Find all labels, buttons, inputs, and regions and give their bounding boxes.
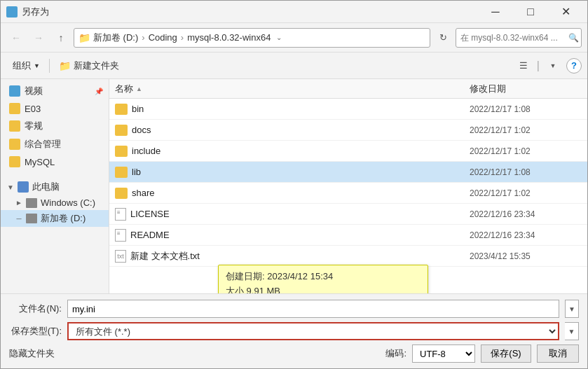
sidebar-item-zhenghe[interactable]: 综合管理 bbox=[1, 135, 109, 153]
search-box: 🔍 bbox=[456, 28, 582, 48]
pin-icon: 📌 bbox=[95, 88, 103, 95]
search-input[interactable] bbox=[460, 33, 566, 43]
file-date: 2023/4/12 15:35 bbox=[470, 251, 582, 261]
tree-item-label: Windows (C:) bbox=[41, 197, 95, 208]
tree-item-thispc[interactable]: ▼ 此电脑 bbox=[1, 179, 109, 195]
filename-input[interactable] bbox=[67, 300, 559, 318]
new-folder-button[interactable]: 📁 新建文件夹 bbox=[53, 57, 125, 75]
sub-toolbar-right: ☰ | ▼ ? bbox=[514, 57, 582, 75]
file-date: 2022/12/17 1:02 bbox=[470, 146, 582, 156]
close-button[interactable]: ✕ bbox=[549, 1, 582, 22]
help-button[interactable]: ? bbox=[566, 58, 582, 74]
filetype-dropdown-icon[interactable]: ▼ bbox=[565, 322, 579, 340]
file-date: 2022/12/16 23:34 bbox=[470, 230, 582, 240]
sub-toolbar: 组织 ▼ 📁 新建文件夹 ☰ | ▼ ? bbox=[1, 53, 587, 79]
folder-icon bbox=[9, 103, 20, 114]
save-button[interactable]: 保存(S) bbox=[481, 344, 531, 363]
filename-dropdown-icon[interactable]: ▼ bbox=[565, 300, 579, 318]
tree-item-windows-c[interactable]: ► Windows (C:) bbox=[1, 195, 109, 210]
sidebar-item-label: E03 bbox=[25, 104, 41, 114]
file-list: 名称 ▲ 修改日期 bin 2022/12/17 1:08 docs 2022/… bbox=[109, 79, 587, 293]
file-row-share[interactable]: share 2022/12/17 1:02 bbox=[109, 183, 587, 204]
encoding-row: 编码: UTF-8 保存(S) 取消 bbox=[385, 344, 579, 363]
txt-icon: txt bbox=[115, 250, 126, 263]
drive-icon bbox=[26, 198, 37, 208]
hide-folders-label: 隐藏文件夹 bbox=[9, 347, 55, 360]
file-row-license[interactable]: LICENSE 2022/12/16 23:34 bbox=[109, 204, 587, 225]
filename-row: 文件名(N): ▼ bbox=[9, 300, 579, 318]
tree-item-new-volume-d[interactable]: ─ 新加卷 (D:) bbox=[1, 210, 109, 227]
folder-icon bbox=[115, 188, 128, 199]
file-row-docs[interactable]: docs 2022/12/17 1:02 bbox=[109, 120, 587, 141]
new-folder-label: 新建文件夹 bbox=[74, 60, 119, 72]
tree-item-label: 此电脑 bbox=[32, 181, 60, 193]
crumb-drive[interactable]: 新加卷 (D:) bbox=[93, 32, 138, 44]
crumb-sep-2: › bbox=[181, 32, 184, 43]
address-chevron-icon[interactable]: ⌄ bbox=[276, 34, 282, 41]
refresh-button[interactable]: ↻ bbox=[433, 28, 453, 48]
column-date[interactable]: 修改日期 bbox=[470, 83, 582, 95]
search-icon: 🔍 bbox=[568, 33, 579, 43]
tree-label: Windows (C:) bbox=[26, 197, 95, 208]
sidebar: 视频 📌 E03 零规 综合管理 MySQL ▼ bbox=[1, 79, 109, 293]
save-label: 保存(S) bbox=[491, 347, 521, 360]
encoding-select[interactable]: UTF-8 bbox=[412, 344, 475, 363]
view-chevron-button[interactable]: ▼ bbox=[544, 57, 562, 75]
file-row-bin[interactable]: bin 2022/12/17 1:08 bbox=[109, 99, 587, 120]
sidebar-item-label: 综合管理 bbox=[25, 138, 61, 151]
cancel-button[interactable]: 取消 bbox=[537, 344, 579, 363]
title-bar: 另存为 ─ □ ✕ bbox=[1, 1, 587, 23]
filename-label: 文件名(N): bbox=[9, 302, 62, 315]
folder-icon bbox=[115, 167, 128, 178]
file-name: README bbox=[130, 230, 470, 240]
sidebar-spacer bbox=[1, 170, 109, 179]
maximize-button[interactable]: □ bbox=[514, 1, 547, 22]
crumb-path1[interactable]: Coding bbox=[149, 32, 177, 43]
tree-label: 新加卷 (D:) bbox=[26, 212, 86, 225]
file-date: 2022/12/17 1:08 bbox=[470, 167, 582, 177]
sidebar-item-label: MySQL bbox=[25, 157, 55, 167]
folder-icon bbox=[115, 104, 128, 115]
expand-icon: ▼ bbox=[6, 183, 15, 191]
folder-icon bbox=[9, 85, 20, 97]
sidebar-item-label: 零规 bbox=[25, 120, 43, 132]
folder-icon bbox=[9, 139, 20, 150]
up-button[interactable]: ↑ bbox=[51, 28, 71, 48]
file-name: lib bbox=[132, 167, 470, 177]
folder-icon bbox=[9, 120, 20, 132]
sidebar-item-mysql[interactable]: MySQL bbox=[1, 153, 109, 170]
bottom-area: 文件名(N): ▼ 保存类型(T): 所有文件 (*.*) ▼ 隐藏文件夹 编码… bbox=[1, 293, 587, 368]
file-row-lib[interactable]: lib 2022/12/17 1:08 bbox=[109, 162, 587, 183]
action-buttons: 保存(S) 取消 bbox=[481, 344, 579, 363]
folder-icon bbox=[115, 146, 128, 157]
dialog-title: 另存为 bbox=[22, 6, 49, 18]
save-as-dialog: 另存为 ─ □ ✕ ← → ↑ 📁 新加卷 (D:) › Coding › my… bbox=[0, 0, 588, 369]
view-menu-button[interactable]: ☰ bbox=[514, 57, 533, 75]
back-button[interactable]: ← bbox=[6, 28, 26, 48]
file-row-newtxt[interactable]: txt 新建 文本文档.txt 2023/4/12 15:35 bbox=[109, 246, 587, 267]
sidebar-item-videos[interactable]: 视频 📌 bbox=[1, 82, 109, 100]
file-name: include bbox=[132, 146, 470, 156]
column-name[interactable]: 名称 ▲ bbox=[115, 83, 470, 95]
title-bar-buttons: ─ □ ✕ bbox=[479, 1, 582, 22]
organize-chevron-icon: ▼ bbox=[34, 62, 40, 69]
sidebar-item-linggui[interactable]: 零规 bbox=[1, 117, 109, 135]
sidebar-item-e03[interactable]: E03 bbox=[1, 100, 109, 117]
file-date: 2022/12/17 1:08 bbox=[470, 104, 582, 114]
forward-button[interactable]: → bbox=[29, 28, 48, 48]
file-row-readme[interactable]: README 2022/12/16 23:34 bbox=[109, 225, 587, 246]
file-date: 2022/12/17 1:02 bbox=[470, 188, 582, 198]
filetype-select[interactable]: 所有文件 (*.*) bbox=[67, 322, 559, 340]
navigation-toolbar: ← → ↑ 📁 新加卷 (D:) › Coding › mysql-8.0.32… bbox=[1, 23, 587, 53]
tooltip-line2: 大小 9.91 MB bbox=[226, 284, 421, 293]
file-row-include[interactable]: include 2022/12/17 1:02 bbox=[109, 141, 587, 162]
crumb-path2[interactable]: mysql-8.0.32-winx64 bbox=[187, 32, 271, 43]
organize-button[interactable]: 组织 ▼ bbox=[6, 57, 46, 75]
filetype-label: 保存类型(T): bbox=[9, 325, 62, 337]
address-bar[interactable]: 📁 新加卷 (D:) › Coding › mysql-8.0.32-winx6… bbox=[74, 28, 430, 48]
tree-label: 此电脑 bbox=[18, 181, 60, 193]
minimize-button[interactable]: ─ bbox=[479, 1, 512, 22]
hide-folders-toggle[interactable]: 隐藏文件夹 bbox=[9, 347, 55, 360]
expand-icon: ► bbox=[15, 199, 23, 207]
sort-arrow-icon: ▲ bbox=[136, 85, 142, 92]
